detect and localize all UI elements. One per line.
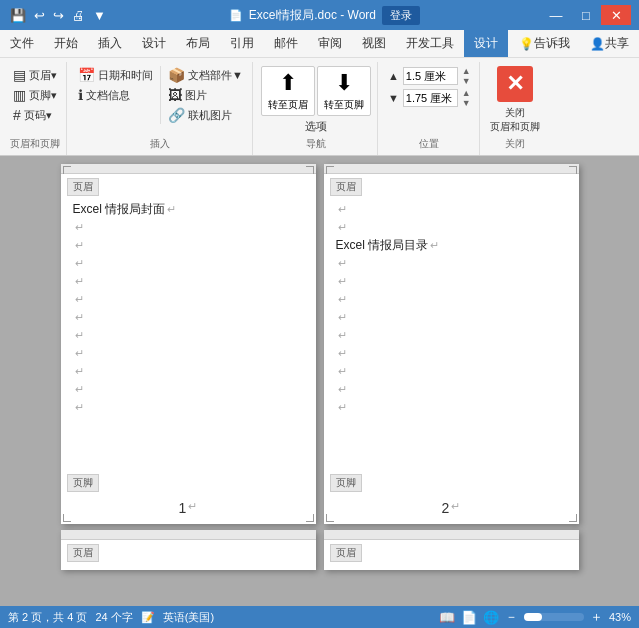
page2-line-empty2: ↵ — [336, 218, 567, 236]
doc-icon: 📄 — [229, 9, 243, 22]
partial-page3-ruler — [61, 530, 316, 540]
language[interactable]: 英语(美国) — [163, 610, 214, 625]
page1-content[interactable]: Excel 情报局封面 ↵ ↵ ↵ ↵ ↵ ↵ ↵ ↵ ↵ ↵ ↵ ↵ — [61, 196, 316, 484]
login-button[interactable]: 登录 — [382, 6, 420, 25]
zoom-percentage: 43% — [609, 611, 631, 623]
page2-line-9: ↵ — [336, 398, 567, 416]
page-number-icon: # — [13, 107, 21, 123]
print-button[interactable]: 🖨 — [70, 8, 87, 23]
page1-corner-tr — [306, 166, 314, 174]
menu-bar: 文件 开始 插入 设计 布局 引用 邮件 审阅 视图 开发工具 设计 💡 告诉我… — [0, 30, 639, 58]
undo-button[interactable]: ↩ — [32, 8, 47, 23]
close-header-footer-button[interactable]: ✕ 关闭页眉和页脚 — [490, 66, 540, 134]
online-pic-icon: 🔗 — [168, 107, 185, 123]
zoom-in-icon[interactable]: ＋ — [590, 608, 603, 626]
position-row-1: ▲ ▲▼ — [388, 66, 471, 86]
maximize-button[interactable]: □ — [571, 5, 601, 25]
menu-insert[interactable]: 插入 — [88, 30, 132, 57]
datetime-label: 日期和时间 — [98, 68, 153, 83]
menu-start[interactable]: 开始 — [44, 30, 88, 57]
quick-access-toolbar: 💾 ↩ ↪ 🖨 ▼ — [8, 8, 108, 23]
page1-corner-bl — [63, 514, 71, 522]
menu-file[interactable]: 文件 — [0, 30, 44, 57]
title-center: 📄 Excel情报局.doc - Word 登录 — [229, 6, 420, 25]
redo-button[interactable]: ↪ — [51, 8, 66, 23]
page-number-label: 页码▾ — [24, 108, 52, 123]
word-count: 24 个字 — [95, 610, 132, 625]
page2-corner-tr — [569, 166, 577, 174]
next-footer-button[interactable]: ⬇ 转至页脚 — [317, 66, 371, 116]
page1-line-9: ↵ — [73, 362, 304, 380]
page1-line-2: ↵ — [73, 236, 304, 254]
menu-mailings[interactable]: 邮件 — [264, 30, 308, 57]
pages-row-partial: 页眉 页眉 — [61, 530, 579, 570]
status-bar: 第 2 页，共 4 页 24 个字 📝 英语(美国) 📖 📄 🌐 － ＋ 43% — [0, 606, 639, 628]
spellcheck-icon[interactable]: 📝 — [141, 611, 155, 624]
page2-number-text: 2 — [442, 500, 450, 516]
ribbon-group-insert: 📅 日期和时间 ℹ 文档信息 📦 文档部件▼ 🖼 图片 🔗 — [69, 62, 253, 155]
doc-title: Excel情报局.doc - Word — [249, 7, 376, 24]
parts-button[interactable]: 📦 文档部件▼ — [165, 66, 246, 84]
share-button[interactable]: 👤 共享 — [580, 30, 639, 57]
tell-me[interactable]: 💡 告诉我 — [509, 30, 580, 57]
ribbon: ▤ 页眉▾ ▥ 页脚▾ # 页码▾ 页眉和页脚 📅 日期和时间 — [0, 58, 639, 156]
page-1: 页眉 Excel 情报局封面 ↵ ↵ ↵ ↵ ↵ ↵ ↵ ↵ ↵ ↵ ↵ ↵ 页… — [61, 164, 316, 524]
menu-review[interactable]: 审阅 — [308, 30, 352, 57]
datetime-button[interactable]: 📅 日期和时间 — [75, 66, 156, 84]
ribbon-group-position: ▲ ▲▼ ▼ ▲▼ 位置 — [380, 62, 480, 155]
read-mode-icon[interactable]: 📖 — [439, 610, 455, 625]
menu-developer[interactable]: 开发工具 — [396, 30, 464, 57]
page-number-button[interactable]: # 页码▾ — [10, 106, 60, 124]
save-button[interactable]: 💾 — [8, 8, 28, 23]
menu-design-active[interactable]: 设计 — [464, 30, 508, 57]
prev-header-button[interactable]: ⬆ 转至页眉 — [261, 66, 315, 116]
page1-line-8: ↵ — [73, 344, 304, 362]
header-button[interactable]: ▤ 页眉▾ — [10, 66, 60, 84]
close-icon: ✕ — [497, 66, 533, 102]
page2-content[interactable]: ↵ ↵ Excel 情报局目录 ↵ ↵ ↵ ↵ ↵ ↵ ↵ ↵ ↵ ↵ — [324, 196, 579, 484]
menu-view[interactable]: 视图 — [352, 30, 396, 57]
page1-number: 1↵ — [61, 500, 316, 516]
position-group-label: 位置 — [388, 137, 471, 151]
page2-corner-bl — [326, 514, 334, 522]
page1-corner-br — [306, 514, 314, 522]
hf-group-label: 页眉和页脚 — [10, 135, 60, 151]
page2-ruler — [324, 164, 579, 174]
customize-button[interactable]: ▼ — [91, 8, 108, 23]
title-bar: 💾 ↩ ↪ 🖨 ▼ 📄 Excel情报局.doc - Word 登录 — □ ✕ — [0, 0, 639, 30]
page1-line-11: ↵ — [73, 398, 304, 416]
footer-icon: ▥ — [13, 87, 26, 103]
bottom-position-input[interactable] — [403, 89, 458, 107]
partial-page-3: 页眉 — [61, 530, 316, 570]
web-layout-icon[interactable]: 🌐 — [483, 610, 499, 625]
close-window-button[interactable]: ✕ — [601, 5, 631, 25]
minimize-button[interactable]: — — [541, 5, 571, 25]
page1-number-text: 1 — [179, 500, 187, 516]
document-area: 页眉 Excel 情报局封面 ↵ ↵ ↵ ↵ ↵ ↵ ↵ ↵ ↵ ↵ ↵ ↵ 页… — [0, 156, 639, 606]
pos-up-arrow-1[interactable]: ▲▼ — [462, 66, 471, 86]
picture-label: 图片 — [185, 88, 207, 103]
page2-return-1: ↵ — [430, 239, 439, 252]
zoom-slider[interactable] — [524, 613, 584, 621]
options-button[interactable]: 选项 — [302, 118, 330, 135]
doc-info-button[interactable]: ℹ 文档信息 — [75, 86, 156, 104]
page2-line-4: ↵ — [336, 308, 567, 326]
online-picture-button[interactable]: 🔗 联机图片 — [165, 106, 246, 124]
top-position-input[interactable] — [403, 67, 458, 85]
menu-design[interactable]: 设计 — [132, 30, 176, 57]
footer-button[interactable]: ▥ 页脚▾ — [10, 86, 60, 104]
print-layout-icon[interactable]: 📄 — [461, 610, 477, 625]
picture-button[interactable]: 🖼 图片 — [165, 86, 246, 104]
page1-title-line: Excel 情报局封面 ↵ — [73, 200, 304, 218]
ribbon-group-header-footer: ▤ 页眉▾ ▥ 页脚▾ # 页码▾ 页眉和页脚 — [4, 62, 67, 155]
zoom-out-icon[interactable]: － — [505, 608, 518, 626]
page1-line-1: ↵ — [73, 218, 304, 236]
menu-references[interactable]: 引用 — [220, 30, 264, 57]
menu-layout[interactable]: 布局 — [176, 30, 220, 57]
page2-line-3: ↵ — [336, 290, 567, 308]
options-label: 选项 — [305, 119, 327, 134]
ribbon-group-nav: ⬆ 转至页眉 ⬇ 转至页脚 选项 导航 — [255, 62, 378, 155]
pos-up-arrow-2[interactable]: ▲▼ — [462, 88, 471, 108]
partial-page4-label: 页眉 — [330, 544, 362, 562]
page2-title-text: Excel 情报局目录 — [336, 237, 429, 254]
